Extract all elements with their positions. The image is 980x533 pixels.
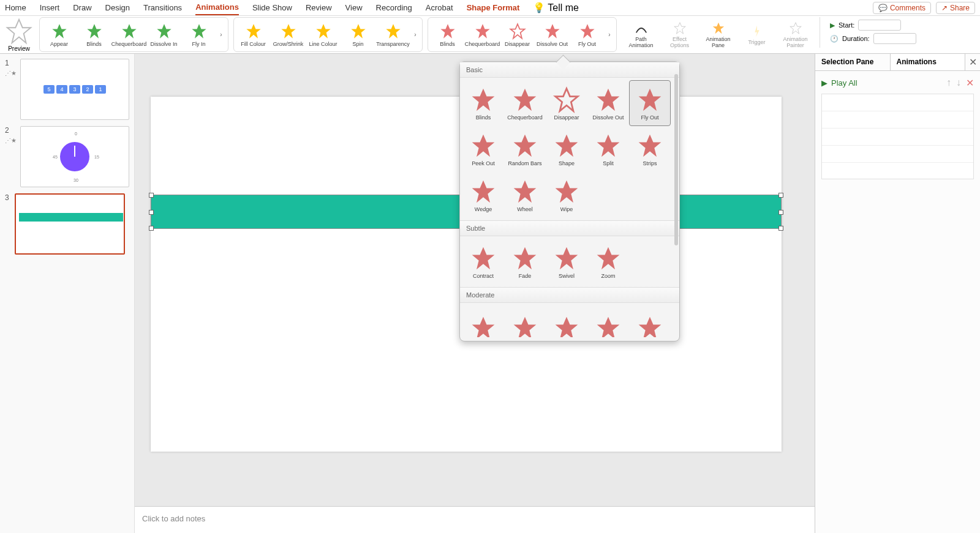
slide-thumb-2[interactable]: 0 15 30 45 xyxy=(20,126,129,187)
effect-blinds[interactable]: Blinds xyxy=(431,18,464,52)
list-item[interactable] xyxy=(822,94,973,111)
dd-effect-wipe[interactable]: Wipe xyxy=(546,172,587,218)
effect-label: Blinds xyxy=(440,41,455,47)
dd-effect-item[interactable] xyxy=(629,305,671,337)
tab-review[interactable]: Review xyxy=(306,1,332,15)
animations-pane-tab[interactable]: Animations xyxy=(891,54,966,71)
comments-button[interactable]: 💬 Comments xyxy=(873,2,931,14)
lightbulb-icon: 💡 xyxy=(533,2,545,13)
dd-effect-item[interactable] xyxy=(587,305,629,337)
move-down-icon[interactable]: ↓ xyxy=(956,77,961,89)
tab-animations[interactable]: Animations xyxy=(195,0,239,15)
animation-pane-button[interactable]: Animation Pane xyxy=(701,18,735,52)
list-item[interactable] xyxy=(822,146,973,163)
delete-icon[interactable]: ✕ xyxy=(966,77,974,89)
dd-effect-chequerboard[interactable]: Chequerboard xyxy=(504,80,546,126)
dd-effect-peek-out[interactable]: Peek Out xyxy=(462,126,504,172)
effect-spin[interactable]: Spin xyxy=(341,18,375,52)
path-animation-button[interactable]: Path Animation xyxy=(624,18,658,52)
trigger-button[interactable]: Trigger xyxy=(740,18,774,52)
notes-area[interactable]: Click to add notes xyxy=(135,506,815,533)
dd-effect-label: Zoom xyxy=(601,273,615,279)
dd-effect-blinds[interactable]: Blinds xyxy=(462,80,504,126)
effect-chequerboard[interactable]: Chequerboard xyxy=(112,18,146,52)
dd-effect-swivel[interactable]: Swivel xyxy=(546,239,587,285)
star-icon xyxy=(439,23,456,40)
dd-effect-fly-out[interactable]: Fly Out xyxy=(629,80,671,126)
effect-dissolve-out[interactable]: Dissolve Out xyxy=(535,18,569,52)
tab-home[interactable]: Home xyxy=(5,1,26,15)
tab-acrobat[interactable]: Acrobat xyxy=(426,1,453,15)
dd-effect-zoom[interactable]: Zoom xyxy=(587,239,629,285)
dd-effect-split[interactable]: Split xyxy=(587,126,629,172)
svg-marker-32 xyxy=(472,247,495,269)
effect-chequerboard[interactable]: Chequerboard xyxy=(466,18,499,52)
duration-input[interactable] xyxy=(873,33,916,44)
tell-me[interactable]: 💡 Tell me xyxy=(533,2,579,13)
more-effects-button[interactable]: › xyxy=(411,31,420,38)
chevron-right-icon: › xyxy=(608,31,610,38)
share-button[interactable]: ↗ Share xyxy=(936,2,975,14)
countdown-box: 3 xyxy=(69,85,80,94)
tab-draw[interactable]: Draw xyxy=(73,1,91,15)
tab-view[interactable]: View xyxy=(345,1,363,15)
trigger-icon xyxy=(750,24,764,38)
dd-effect-shape[interactable]: Shape xyxy=(546,126,587,172)
duration-label: Duration: xyxy=(842,35,870,42)
tab-shape-format[interactable]: Shape Format xyxy=(467,1,520,15)
selection-pane-tab[interactable]: Selection Pane xyxy=(815,54,891,71)
dd-effect-wedge[interactable]: Wedge xyxy=(462,172,504,218)
move-up-icon[interactable]: ↑ xyxy=(946,77,951,89)
list-item[interactable] xyxy=(822,111,973,129)
dropdown-scrollbar[interactable] xyxy=(674,74,678,245)
tab-slideshow[interactable]: Slide Show xyxy=(252,1,292,15)
effect-label: Fill Colour xyxy=(241,41,266,47)
dd-effect-strips[interactable]: Strips xyxy=(629,126,671,172)
dd-effect-fade[interactable]: Fade xyxy=(504,239,546,285)
start-input[interactable] xyxy=(858,20,901,31)
effect-line-colour[interactable]: Line Colour xyxy=(306,18,340,52)
star-icon xyxy=(553,245,580,272)
effect-fill-colour[interactable]: Fill Colour xyxy=(236,18,270,52)
tab-design[interactable]: Design xyxy=(105,1,130,15)
star-icon xyxy=(470,86,497,113)
countdown-box: 5 xyxy=(43,85,55,94)
dd-effect-item[interactable] xyxy=(504,305,546,337)
play-all-button[interactable]: ▶ Play All xyxy=(821,78,858,88)
svg-marker-28 xyxy=(639,134,662,157)
star-icon xyxy=(511,132,538,159)
dd-effect-item[interactable] xyxy=(546,305,587,337)
tab-insert[interactable]: Insert xyxy=(40,1,60,15)
list-item[interactable] xyxy=(822,129,973,146)
close-pane-button[interactable]: ✕ xyxy=(965,54,980,71)
effect-grow/shrink[interactable]: Grow/Shrink xyxy=(271,18,305,52)
svg-marker-15 xyxy=(580,24,594,38)
dd-effect-wheel[interactable]: Wheel xyxy=(504,172,546,218)
slide-thumb-3[interactable] xyxy=(15,193,125,255)
preview-button[interactable]: Preview xyxy=(4,17,34,52)
dd-effect-item[interactable] xyxy=(462,305,504,337)
effect-appear[interactable]: Appear xyxy=(42,18,76,52)
tab-transitions[interactable]: Transitions xyxy=(143,1,182,15)
effect-blinds[interactable]: Blinds xyxy=(77,18,111,52)
tab-recording[interactable]: Recording xyxy=(376,1,412,15)
effect-fly-out[interactable]: Fly Out xyxy=(570,18,604,52)
effect-disappear[interactable]: Disappear xyxy=(500,18,534,52)
svg-marker-16 xyxy=(674,22,685,33)
more-effects-button[interactable]: › xyxy=(217,31,225,38)
animation-list[interactable] xyxy=(821,94,974,179)
effect-transparency[interactable]: Transparency xyxy=(376,18,410,52)
dd-effect-random-bars[interactable]: Random Bars xyxy=(504,126,546,172)
dd-effect-contract[interactable]: Contract xyxy=(462,239,504,285)
dd-effect-disappear[interactable]: Disappear xyxy=(546,80,587,126)
dd-effect-dissolve-out[interactable]: Dissolve Out xyxy=(587,80,629,126)
slide-thumb-1[interactable]: 54321 xyxy=(20,59,129,120)
effect-label: Spin xyxy=(352,41,363,47)
effect-dissolve-in[interactable]: Dissolve In xyxy=(147,18,181,52)
svg-marker-7 xyxy=(281,24,295,38)
effect-fly-in[interactable]: Fly In xyxy=(182,18,216,52)
animation-painter-button[interactable]: Animation Painter xyxy=(778,18,812,52)
dd-effect-label: Random Bars xyxy=(508,160,541,166)
effect-options-button[interactable]: Effect Options xyxy=(663,18,696,52)
more-effects-button[interactable]: › xyxy=(605,31,614,38)
